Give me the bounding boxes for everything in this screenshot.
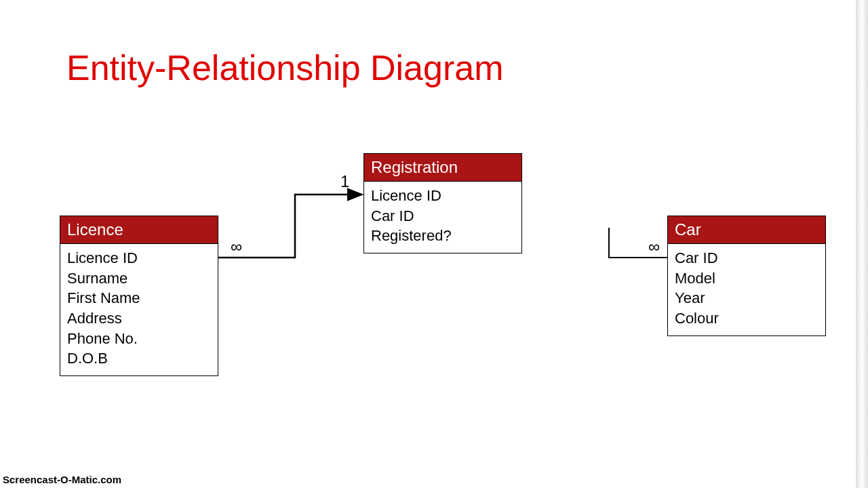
entity-licence-body: Licence ID Surname First Name Address Ph… <box>60 244 218 375</box>
entity-field: D.O.B <box>67 348 211 369</box>
footer-watermark: Screencast-O-Matic.com <box>3 474 121 485</box>
cardinality-licence: ∞ <box>231 237 242 256</box>
entity-field: Licence ID <box>371 186 515 206</box>
entity-field: Address <box>67 308 211 329</box>
page-title: Entity-Relationship Diagram <box>66 47 504 88</box>
entity-field: Phone No. <box>67 329 211 349</box>
entity-licence: Licence Licence ID Surname First Name Ad… <box>60 216 218 376</box>
entity-car-header: Car <box>668 216 825 244</box>
entity-field: Model <box>675 268 818 289</box>
cardinality-registration: 1 <box>340 172 349 191</box>
entity-field: Licence ID <box>67 248 211 268</box>
cardinality-car: ∞ <box>648 237 660 256</box>
entity-car-body: Car ID Model Year Colour <box>668 244 825 336</box>
entity-licence-header: Licence <box>60 216 218 244</box>
entity-car: Car Car ID Model Year Colour <box>667 216 826 336</box>
entity-field: Colour <box>675 308 818 329</box>
entity-field: Registered? <box>371 226 515 246</box>
entity-field: First Name <box>67 288 211 308</box>
entity-field: Car ID <box>371 206 515 226</box>
entity-registration-header: Registration <box>364 154 521 182</box>
entity-field: Surname <box>67 268 211 289</box>
entity-field: Car ID <box>675 248 818 268</box>
side-border-decoration <box>856 0 868 488</box>
entity-registration: Registration Licence ID Car ID Registere… <box>363 153 522 253</box>
entity-registration-body: Licence ID Car ID Registered? <box>364 182 521 253</box>
entity-field: Year <box>675 288 818 308</box>
